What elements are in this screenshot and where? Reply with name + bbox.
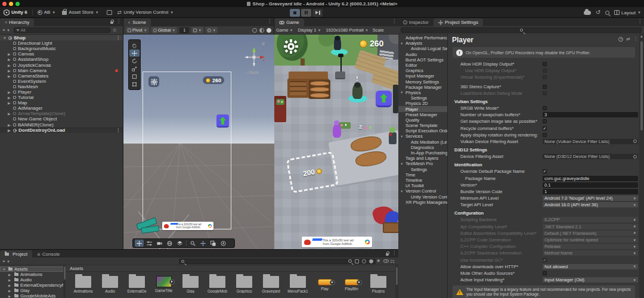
settings-nav-item[interactable]: Android Logcat Settings [398, 46, 447, 51]
hierarchy-item[interactable]: EventSystem [0, 79, 123, 84]
step-button[interactable] [312, 9, 323, 17]
add-gameobject-button[interactable]: + ▼ [0, 27, 10, 33]
scale-tool-button[interactable] [129, 65, 140, 72]
kebab-menu-icon[interactable]: ⋮ [637, 19, 642, 24]
game-ad-banner[interactable]: This a 320x50 test adfrom Google AdMob. [302, 237, 372, 247]
foldout-arrow-icon[interactable]: ▼ [400, 135, 403, 138]
display-target-dropdown[interactable]: Display 1 ▼ [298, 27, 321, 33]
grid-snap-overlay-button[interactable] [199, 240, 208, 247]
layout-dropdown[interactable]: Layout▼ [614, 10, 641, 15]
settings-nav-item[interactable]: Preset Manager [398, 112, 447, 117]
kebab-menu-icon[interactable]: ⋮ [633, 37, 638, 42]
package-window-button[interactable] [107, 10, 112, 15]
hierarchy-item[interactable]: ▶Player [0, 89, 123, 95]
hierarchy-item[interactable]: ▶Map [0, 100, 123, 105]
camera-settings-icon[interactable] [252, 28, 257, 33]
project-tree-item[interactable]: ▶Glay [0, 288, 65, 293]
hierarchy-item[interactable]: ▶Canvas [0, 51, 123, 57]
kebab-menu-icon[interactable]: ⋮ [116, 35, 120, 41]
presets-icon[interactable]: ⇄ [626, 37, 630, 42]
foldout-arrow-icon[interactable]: ▶ [8, 74, 11, 78]
settings-nav-item[interactable]: Settings [398, 167, 447, 172]
display-mode-dropdown[interactable]: Game ▼ [276, 27, 293, 33]
visibility-toggle[interactable]: 21 [383, 259, 395, 263]
hierarchy-item[interactable]: ▶Main Camera [0, 68, 123, 73]
settings-nav-item[interactable]: Unity Version Control [398, 194, 447, 199]
asset-item[interactable]: Graphics [231, 274, 258, 298]
shading-mode-icon[interactable] [259, 28, 264, 33]
settings-nav-item[interactable]: Input Manager [398, 73, 447, 79]
foldout-arrow-icon[interactable]: ▶ [8, 63, 11, 67]
kebab-menu-icon[interactable]: ⋮ [116, 19, 121, 24]
asset-item[interactable]: GoogleMob [204, 274, 231, 298]
tools-overlay-button[interactable] [135, 240, 144, 247]
tab-inspector[interactable]: i Inspector [398, 18, 434, 26]
play-button[interactable] [290, 9, 300, 17]
hierarchy-item[interactable]: ▶JoystickCanvas [0, 62, 123, 67]
project-tree-item[interactable]: ▼Assets [0, 266, 65, 272]
hierarchy-item[interactable]: ▶BANNER(Clone) [0, 122, 123, 128]
transform-tool-button[interactable] [129, 80, 140, 88]
object-field[interactable]: None (D3D12 Device Filter Lists) [543, 154, 638, 159]
foldout-arrow-icon[interactable]: ▶ [8, 278, 11, 282]
settings-nav-item[interactable]: Physics 2D [398, 101, 447, 106]
asset-item[interactable]: Plugins [365, 274, 392, 298]
gizmos-toggle-icon[interactable] [267, 28, 271, 33]
lock-icon[interactable] [386, 253, 389, 256]
settings-nav-item[interactable]: Burst AOT Settings [398, 57, 447, 63]
settings-nav-item[interactable]: UI Toolkit [398, 183, 447, 188]
foldout-arrow-icon[interactable]: ▼ [400, 91, 403, 94]
foldout-arrow-icon[interactable]: ▼ [3, 36, 7, 40]
tab-game[interactable]: Game [274, 18, 304, 26]
hierarchy-item[interactable]: ▶ArrowTemplate(Clone) [0, 111, 123, 116]
search-overlay-button[interactable] [188, 240, 197, 247]
asset-item[interactable]: Graveyard [258, 274, 284, 298]
settings-nav-item[interactable]: ▼Physics [398, 90, 447, 95]
hierarchy-search-input[interactable]: All [14, 27, 110, 33]
project-tree-item[interactable]: ▶GoogleMobileAds [0, 293, 65, 298]
settings-nav-item[interactable]: Player [398, 106, 447, 111]
game-settings-gear-button[interactable] [284, 39, 298, 54]
asset-item[interactable]: Audio [97, 274, 123, 298]
play-badge-icon[interactable] [330, 280, 335, 285]
kebab-menu-icon[interactable]: ⋮ [116, 128, 120, 133]
hierarchy-item[interactable]: AdManager [0, 105, 123, 111]
object-field[interactable]: None (Vulkan Device Filter Lists) [543, 139, 638, 144]
orientation-gizmo[interactable]: x [242, 46, 267, 73]
hierarchy-scene-row[interactable]: ▼Shop⋮ [0, 35, 123, 41]
foldout-arrow-icon[interactable]: ▶ [8, 69, 11, 73]
object-picker-icon[interactable] [633, 155, 637, 159]
hierarchy-item[interactable]: Directional Light [0, 41, 123, 46]
upgrade-arrow-button[interactable] [376, 91, 392, 107]
project-search-input[interactable] [179, 259, 376, 264]
cloud-icon[interactable] [584, 11, 591, 15]
tab-project[interactable]: Project [0, 250, 32, 257]
foldout-arrow-icon[interactable]: ▼ [400, 42, 403, 45]
scrollbar-thumb[interactable] [640, 41, 643, 131]
foldout-arrow-icon[interactable]: ▶ [8, 95, 11, 100]
checkbox[interactable] [543, 119, 547, 123]
asset-store-dropdown[interactable]: Asset Store▼ [62, 10, 98, 15]
package-visibility-icon[interactable] [355, 259, 359, 263]
foldout-arrow-icon[interactable]: ▼ [400, 190, 403, 193]
checkbox[interactable] [543, 106, 547, 110]
settings-nav-item[interactable]: ▼Services [398, 134, 447, 139]
checkbox[interactable] [543, 62, 547, 66]
compass-overlay-button[interactable] [219, 240, 228, 247]
move-tool-button[interactable] [129, 49, 140, 57]
lock-icon[interactable] [110, 21, 113, 24]
version-control-dropdown[interactable]: ⇄ Unity Version Control▼ [117, 10, 174, 15]
play-badge-icon[interactable] [169, 279, 175, 284]
tab-hierarchy[interactable]: ≡ Hierarchy [0, 18, 34, 26]
checkbox[interactable] [543, 271, 547, 275]
foldout-arrow-icon[interactable]: ▶ [8, 101, 11, 105]
scroll-up-arrow[interactable] [640, 35, 643, 38]
dropdown[interactable]: Input Manager (Old)▼ [543, 277, 638, 283]
dropdown[interactable]: Android 16.0 (API level 36)▼ [543, 202, 638, 207]
rect-tool-button[interactable] [129, 73, 140, 80]
asset-item[interactable]: Glay [177, 274, 204, 298]
foldout-arrow-icon[interactable]: ▶ [8, 128, 11, 132]
asset-item[interactable]: MenuPack1 [284, 274, 311, 298]
kebab-menu-icon[interactable]: ⋮ [267, 19, 272, 24]
settings-nav-item[interactable]: Quality [398, 117, 447, 123]
